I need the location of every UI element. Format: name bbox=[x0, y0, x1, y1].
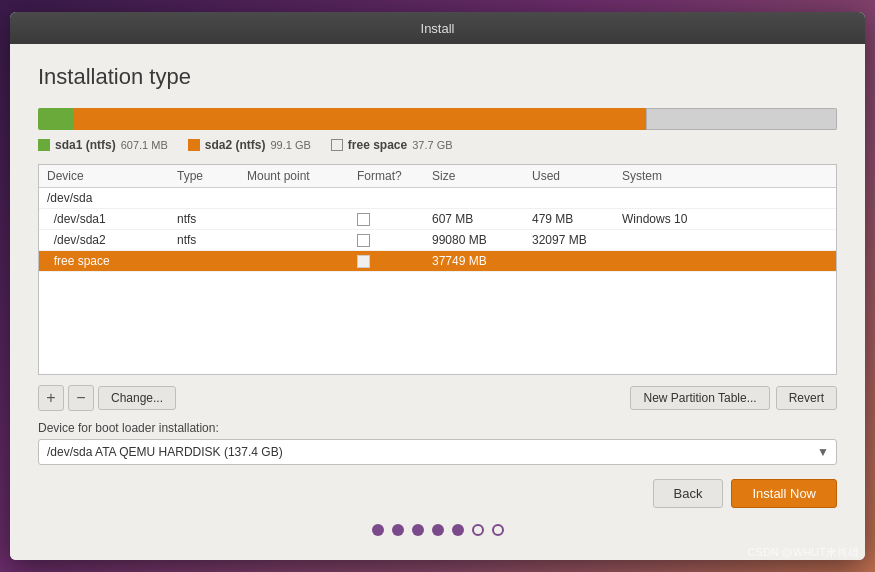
cell-used: 32097 MB bbox=[532, 233, 622, 247]
disk-segment-sda2 bbox=[73, 108, 646, 130]
col-system: System bbox=[622, 169, 828, 183]
col-size: Size bbox=[432, 169, 532, 183]
left-buttons: + − Change... bbox=[38, 385, 176, 411]
format-checkbox[interactable] bbox=[357, 213, 370, 226]
titlebar: Install bbox=[10, 12, 865, 44]
back-button[interactable]: Back bbox=[653, 479, 724, 508]
right-buttons: New Partition Table... Revert bbox=[630, 386, 837, 410]
table-row[interactable]: /dev/sda1 ntfs 607 MB 479 MB Windows 10 bbox=[39, 209, 836, 230]
table-header: Device Type Mount point Format? Size Use… bbox=[39, 165, 836, 188]
cell-size: 607 MB bbox=[432, 212, 532, 226]
cell-size: 99080 MB bbox=[432, 233, 532, 247]
legend-free: free space 37.7 GB bbox=[331, 138, 453, 152]
table-row-selected[interactable]: free space 37749 MB bbox=[39, 251, 836, 272]
cell-type: ntfs bbox=[177, 212, 247, 226]
format-checkbox[interactable] bbox=[357, 234, 370, 247]
legend-size-sda1: 607.1 MB bbox=[121, 139, 168, 151]
nav-buttons: Back Install Now bbox=[38, 479, 837, 508]
main-window: Install Installation type sda1 (ntfs) 60… bbox=[10, 12, 865, 560]
legend-color-sda2 bbox=[188, 139, 200, 151]
table-row[interactable]: /dev/sda bbox=[39, 188, 836, 209]
disk-bar bbox=[38, 108, 837, 130]
new-partition-table-button[interactable]: New Partition Table... bbox=[630, 386, 769, 410]
disk-legend: sda1 (ntfs) 607.1 MB sda2 (ntfs) 99.1 GB… bbox=[38, 138, 837, 152]
progress-dot-3 bbox=[412, 524, 424, 536]
page-title: Installation type bbox=[38, 64, 837, 90]
table-row[interactable]: /dev/sda2 ntfs 99080 MB 32097 MB bbox=[39, 230, 836, 251]
progress-dot-1 bbox=[372, 524, 384, 536]
bootloader-label: Device for boot loader installation: bbox=[38, 421, 837, 435]
progress-dot-2 bbox=[392, 524, 404, 536]
install-now-button[interactable]: Install Now bbox=[731, 479, 837, 508]
bottom-controls: + − Change... New Partition Table... Rev… bbox=[38, 385, 837, 411]
content-area: Installation type sda1 (ntfs) 607.1 MB s… bbox=[10, 44, 865, 560]
cell-system: Windows 10 bbox=[622, 212, 828, 226]
cell-device: /dev/sda1 bbox=[47, 212, 177, 226]
progress-dot-5 bbox=[452, 524, 464, 536]
col-used: Used bbox=[532, 169, 622, 183]
bootloader-select-wrapper: /dev/sda ATA QEMU HARDDISK (137.4 GB) ▼ bbox=[38, 439, 837, 465]
legend-size-sda2: 99.1 GB bbox=[270, 139, 310, 151]
progress-dot-6 bbox=[472, 524, 484, 536]
progress-dots bbox=[38, 524, 837, 544]
legend-name-free: free space bbox=[348, 138, 407, 152]
format-checkbox-selected[interactable] bbox=[357, 255, 370, 268]
legend-size-free: 37.7 GB bbox=[412, 139, 452, 151]
legend-name-sda1: sda1 (ntfs) bbox=[55, 138, 116, 152]
window-title: Install bbox=[421, 21, 455, 36]
disk-segment-sda1 bbox=[38, 108, 73, 130]
legend-color-sda1 bbox=[38, 139, 50, 151]
remove-partition-button[interactable]: − bbox=[68, 385, 94, 411]
progress-dot-4 bbox=[432, 524, 444, 536]
cell-device: /dev/sda bbox=[47, 191, 177, 205]
bootloader-section: Device for boot loader installation: /de… bbox=[38, 421, 837, 465]
cell-device: free space bbox=[47, 254, 177, 268]
cell-type: ntfs bbox=[177, 233, 247, 247]
bootloader-select[interactable]: /dev/sda ATA QEMU HARDDISK (137.4 GB) bbox=[38, 439, 837, 465]
partition-table: Device Type Mount point Format? Size Use… bbox=[38, 164, 837, 375]
col-mount: Mount point bbox=[247, 169, 357, 183]
revert-button[interactable]: Revert bbox=[776, 386, 837, 410]
progress-dot-7 bbox=[492, 524, 504, 536]
change-button[interactable]: Change... bbox=[98, 386, 176, 410]
col-type: Type bbox=[177, 169, 247, 183]
add-partition-button[interactable]: + bbox=[38, 385, 64, 411]
legend-name-sda2: sda2 (ntfs) bbox=[205, 138, 266, 152]
legend-sda2: sda2 (ntfs) 99.1 GB bbox=[188, 138, 311, 152]
cell-size-free: 37749 MB bbox=[432, 254, 532, 268]
cell-used: 479 MB bbox=[532, 212, 622, 226]
legend-sda1: sda1 (ntfs) 607.1 MB bbox=[38, 138, 168, 152]
disk-segment-free bbox=[646, 108, 837, 130]
disk-bar-container bbox=[38, 108, 837, 130]
legend-color-free bbox=[331, 139, 343, 151]
cell-device: /dev/sda2 bbox=[47, 233, 177, 247]
col-device: Device bbox=[47, 169, 177, 183]
watermark: CSDN @WHUT米肖雄 bbox=[748, 545, 859, 560]
col-format: Format? bbox=[357, 169, 432, 183]
